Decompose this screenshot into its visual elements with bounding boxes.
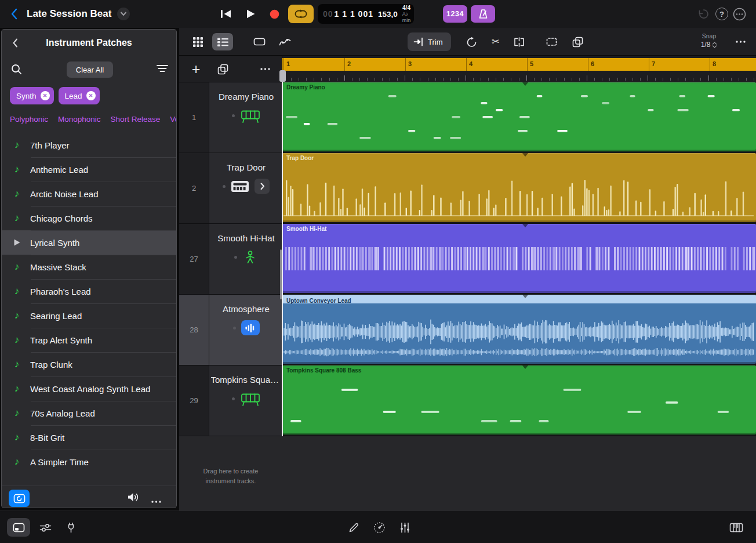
tempo-button[interactable] bbox=[368, 518, 391, 537]
split-tool-button[interactable] bbox=[508, 33, 529, 50]
filter-tags: Synth✕Lead✕ bbox=[10, 87, 100, 104]
patch-item-lyrical-synth[interactable]: Lyrical Synth bbox=[2, 230, 176, 255]
track-header-dreamy-piano[interactable]: 1Dreamy Piano bbox=[179, 82, 282, 153]
region-content bbox=[282, 224, 756, 293]
piano-icon bbox=[240, 108, 261, 124]
region-smooth-hi-hat[interactable]: Smooth Hi-Hat bbox=[282, 224, 756, 293]
lcd-position-leading-zeros: 00 bbox=[323, 9, 333, 19]
ruler-bar-number: 5 bbox=[530, 60, 533, 67]
patch-item-anthemic-lead[interactable]: ♪Anthemic Lead bbox=[2, 157, 176, 182]
tracks-view-button[interactable] bbox=[212, 33, 233, 50]
bar-line bbox=[527, 58, 528, 71]
region-tompkins-square-808-bass[interactable]: Tompkins Square 808 Bass bbox=[282, 365, 756, 435]
category-polyphonic[interactable]: Polyphonic bbox=[10, 115, 48, 124]
keyboard-button[interactable] bbox=[725, 518, 748, 537]
clear-all-button[interactable]: Clear All bbox=[67, 61, 113, 78]
ruler-ticks bbox=[282, 71, 756, 82]
region-uptown-conveyor-lead[interactable]: Uptown Conveyor Lead bbox=[282, 295, 756, 364]
patch-item-massive-stack[interactable]: ♪Massive Stack bbox=[2, 255, 176, 279]
topbar-more-button[interactable] bbox=[729, 4, 749, 24]
cycle-region[interactable]: 12345678 bbox=[282, 58, 756, 71]
track-name: Tompkins Square 808 Bass bbox=[211, 375, 282, 385]
category-short-release[interactable]: Short Release bbox=[111, 115, 161, 124]
patch-item-label: Trap Clunk bbox=[30, 360, 72, 370]
cycle-button[interactable] bbox=[288, 5, 314, 23]
browser-button[interactable] bbox=[7, 518, 30, 537]
mixer-button[interactable] bbox=[34, 518, 57, 537]
loop-tool-button[interactable] bbox=[461, 33, 482, 50]
track-disclosure-button[interactable] bbox=[255, 179, 270, 194]
bar-line bbox=[466, 58, 467, 71]
toolbar-more-button[interactable] bbox=[730, 33, 751, 50]
edit-pencil-button[interactable] bbox=[342, 518, 365, 537]
track-header-atmosphere[interactable]: 28Atmosphere bbox=[179, 295, 282, 365]
region-label: Smooth Hi-Hat bbox=[286, 226, 326, 232]
category-voi[interactable]: Voi bbox=[170, 115, 177, 124]
mix-controls-button[interactable] bbox=[393, 518, 416, 537]
search-icon[interactable] bbox=[11, 64, 22, 77]
count-in-button[interactable]: 1234 bbox=[443, 5, 467, 23]
region-name-strip: Uptown Conveyor Lead bbox=[282, 295, 756, 303]
copy-tool-button[interactable] bbox=[567, 33, 588, 50]
region-trap-door[interactable]: Trap Door bbox=[282, 153, 756, 222]
patch-item-label: 70s Analog Lead bbox=[30, 408, 95, 418]
record-button[interactable] bbox=[264, 4, 284, 24]
track-header-smooth-hi-hat[interactable]: 27Smooth Hi-Hat bbox=[179, 224, 282, 295]
track-name: Trap Door bbox=[211, 162, 282, 172]
ruler-bar-number: 2 bbox=[347, 60, 351, 67]
patches-back-button[interactable] bbox=[9, 37, 21, 49]
ruler-bar-number: 8 bbox=[713, 60, 716, 67]
patch-item-a-simpler-time[interactable]: ♪A Simpler Time bbox=[2, 450, 176, 474]
region-dreamy-piano[interactable]: Dreamy Piano bbox=[282, 82, 756, 151]
project-menu-button[interactable] bbox=[117, 8, 130, 20]
patch-item-chicago-chords[interactable]: ♪Chicago Chords bbox=[2, 206, 176, 230]
track-scrollbar[interactable] bbox=[280, 249, 282, 299]
patch-item-70s-analog-lead[interactable]: ♪70s Analog Lead bbox=[2, 401, 176, 425]
duplicate-track-button[interactable] bbox=[214, 60, 231, 78]
marquee-tool-button[interactable] bbox=[541, 33, 562, 50]
patch-item-pharaoh-s-lead[interactable]: ♪Pharaoh's Lead bbox=[2, 279, 176, 303]
metronome-button[interactable] bbox=[471, 5, 495, 23]
patch-item-west-coast-analog-synth-lead[interactable]: ♪West Coast Analog Synth Lead bbox=[2, 377, 176, 401]
patch-item-7th-player[interactable]: ♪7th Player bbox=[2, 133, 176, 157]
remove-tag-icon[interactable]: ✕ bbox=[86, 91, 96, 100]
filter-icon[interactable] bbox=[157, 64, 168, 75]
help-button[interactable]: ? bbox=[715, 8, 728, 20]
patches-more-button[interactable] bbox=[151, 495, 161, 505]
remove-tag-icon[interactable]: ✕ bbox=[41, 91, 50, 100]
logic-pro-app: Late Session Beat 00 1 1 1 001 153,0 4/4… bbox=[0, 0, 756, 543]
track-header-trap-door[interactable]: 2Trap Door bbox=[179, 153, 282, 224]
audio-waveform-icon bbox=[241, 320, 260, 335]
category-monophonic[interactable]: Monophonic bbox=[58, 115, 101, 124]
track-header-tompkins-square-808-bass[interactable]: 29Tompkins Square 808 Bass bbox=[179, 365, 282, 436]
plugins-button[interactable] bbox=[59, 518, 82, 537]
skip-to-beginning-button[interactable] bbox=[216, 4, 235, 24]
track-header-more-button[interactable] bbox=[256, 60, 274, 78]
region-tool-button[interactable] bbox=[249, 33, 270, 50]
filter-tag-label: Lead bbox=[65, 92, 82, 100]
patch-item-arctic-noise-lead[interactable]: ♪Arctic Noise Lead bbox=[2, 182, 176, 206]
timeline-ruler[interactable]: 12345678 bbox=[282, 56, 756, 82]
undo-button[interactable] bbox=[693, 4, 713, 24]
playhead-handle[interactable] bbox=[279, 70, 286, 82]
filter-tag-synth[interactable]: Synth✕ bbox=[10, 87, 54, 104]
scissors-tool-button[interactable]: ✂ bbox=[485, 33, 506, 50]
live-loops-grid-button[interactable] bbox=[187, 33, 208, 50]
filter-tag-lead[interactable]: Lead✕ bbox=[59, 87, 100, 104]
lcd-time-signature: 4/4 bbox=[402, 5, 410, 12]
patch-loop-button[interactable] bbox=[9, 490, 30, 507]
back-button[interactable] bbox=[8, 8, 20, 20]
play-button[interactable] bbox=[241, 4, 260, 24]
snap-control[interactable]: Snap 1/8 bbox=[692, 32, 726, 49]
trim-tool-button[interactable]: Trim bbox=[408, 32, 451, 51]
bar-line bbox=[588, 58, 588, 71]
patch-item-8-bit-grit[interactable]: ♪8-Bit Grit bbox=[2, 425, 176, 450]
preview-volume-icon[interactable] bbox=[127, 492, 140, 505]
patch-item-trap-alert-synth[interactable]: ♪Trap Alert Synth bbox=[2, 328, 176, 352]
patch-item-trap-clunk[interactable]: ♪Trap Clunk bbox=[2, 352, 176, 377]
automation-button[interactable] bbox=[274, 33, 295, 50]
add-track-button[interactable]: + bbox=[187, 60, 205, 78]
lcd-display[interactable]: 00 1 1 1 001 153,0 4/4 A♭ min bbox=[318, 4, 414, 24]
patch-item-searing-lead[interactable]: ♪Searing Lead bbox=[2, 303, 176, 328]
patch-item-label: Massive Stack bbox=[30, 262, 86, 272]
